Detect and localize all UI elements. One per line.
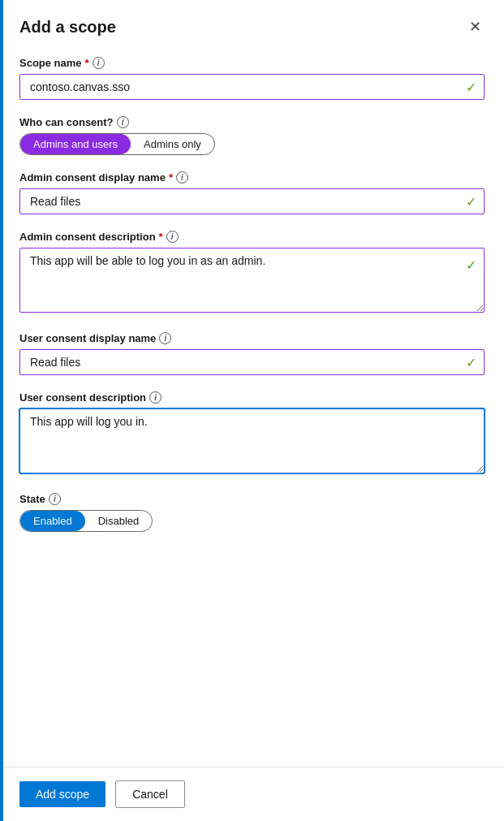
left-accent xyxy=(0,0,3,821)
user-consent-description-info-icon[interactable]: i xyxy=(149,391,162,404)
state-group: State i Enabled Disabled xyxy=(19,493,485,532)
admin-consent-description-check-icon: ✓ xyxy=(466,257,476,273)
required-marker2: * xyxy=(169,171,173,184)
close-button[interactable]: ✕ xyxy=(466,16,485,37)
cancel-button[interactable]: Cancel xyxy=(115,780,185,808)
user-consent-display-name-label: User consent display name i xyxy=(19,332,485,344)
user-consent-description-wrapper: This app will log you in. xyxy=(19,408,485,477)
admin-consent-display-name-input[interactable] xyxy=(19,188,485,214)
user-consent-display-name-group: User consent display name i ✓ xyxy=(19,332,485,375)
dialog-header: Add a scope ✕ xyxy=(0,0,504,50)
required-marker3: * xyxy=(159,231,163,243)
user-consent-description-textarea[interactable]: This app will log you in. xyxy=(19,408,485,473)
admin-consent-display-name-check-icon: ✓ xyxy=(466,194,476,210)
consent-toggle-group: Admins and users Admins only xyxy=(19,133,215,155)
user-consent-display-name-input[interactable] xyxy=(19,349,485,375)
user-consent-description-label: User consent description i xyxy=(19,391,485,404)
admins-only-button[interactable]: Admins only xyxy=(131,134,214,154)
required-marker: * xyxy=(85,57,89,69)
admin-consent-display-name-group: Admin consent display name * i ✓ xyxy=(19,171,485,214)
dialog-title: Add a scope xyxy=(19,18,116,37)
state-label: State i xyxy=(19,493,485,505)
dialog-footer: Add scope Cancel xyxy=(0,767,504,821)
scope-name-info-icon[interactable]: i xyxy=(93,57,105,69)
scope-name-input[interactable] xyxy=(19,74,485,100)
admins-and-users-button[interactable]: Admins and users xyxy=(20,134,131,154)
scope-name-input-wrapper: ✓ xyxy=(19,74,485,100)
admin-consent-description-wrapper: This app will be able to log you in as a… xyxy=(19,248,485,316)
scope-name-check-icon: ✓ xyxy=(466,80,476,95)
admin-consent-description-textarea[interactable]: This app will be able to log you in as a… xyxy=(19,248,485,313)
user-consent-display-name-check-icon: ✓ xyxy=(466,355,476,370)
user-consent-display-name-wrapper: ✓ xyxy=(19,349,485,375)
scope-name-group: Scope name * i ✓ xyxy=(19,57,485,100)
user-consent-display-name-info-icon[interactable]: i xyxy=(159,332,171,344)
admin-consent-description-group: Admin consent description * i This app w… xyxy=(19,231,485,316)
state-info-icon[interactable]: i xyxy=(49,493,61,505)
user-consent-description-group: User consent description i This app will… xyxy=(19,391,485,477)
add-scope-button[interactable]: Add scope xyxy=(19,781,106,807)
who-can-consent-label: Who can consent? i xyxy=(19,116,485,128)
admin-consent-description-label: Admin consent description * i xyxy=(19,231,485,243)
admin-consent-display-name-info-icon[interactable]: i xyxy=(176,171,188,184)
scope-name-label: Scope name * i xyxy=(19,57,485,69)
disabled-button[interactable]: Disabled xyxy=(85,511,153,531)
who-can-consent-info-icon[interactable]: i xyxy=(117,116,129,128)
who-can-consent-group: Who can consent? i Admins and users Admi… xyxy=(19,116,485,155)
state-toggle-group: Enabled Disabled xyxy=(19,510,153,532)
add-scope-dialog: Add a scope ✕ Scope name * i ✓ Who can c… xyxy=(0,0,504,821)
dialog-body: Scope name * i ✓ Who can consent? i Admi… xyxy=(0,50,504,767)
admin-consent-display-name-label: Admin consent display name * i xyxy=(19,171,485,184)
admin-consent-description-info-icon[interactable]: i xyxy=(166,231,179,243)
admin-consent-display-name-wrapper: ✓ xyxy=(19,188,485,214)
enabled-button[interactable]: Enabled xyxy=(20,511,85,531)
